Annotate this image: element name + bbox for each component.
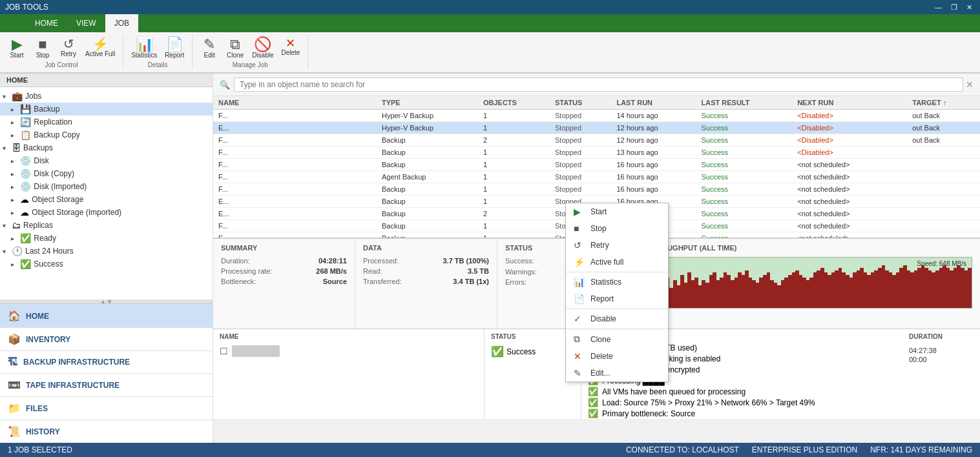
nav-icon-inventory: 📦: [8, 333, 21, 345]
col-header-name[interactable]: NAME: [213, 96, 377, 110]
tree-item-backup[interactable]: ▸💾Backup: [0, 103, 213, 116]
edit-button[interactable]: ✎ Edit: [198, 36, 221, 60]
context-menu-item-report[interactable]: 📄Report: [566, 290, 668, 307]
context-menu-item-disable[interactable]: ✓Disable: [566, 310, 668, 327]
col-header-next-run[interactable]: NEXT RUN: [792, 96, 907, 110]
search-input[interactable]: [234, 77, 963, 92]
delete-button[interactable]: ✕ Delete: [279, 36, 303, 57]
stop-icon: ■: [38, 37, 47, 52]
minimize-button[interactable]: —: [932, 3, 944, 12]
item-label: Disk (Copy): [34, 169, 74, 178]
tab-job[interactable]: JOB: [105, 14, 138, 32]
tree-item-ready[interactable]: ▸✅Ready: [0, 232, 213, 245]
disable-button[interactable]: 🚫 Disable: [249, 36, 276, 60]
expand-icon[interactable]: ▾: [3, 222, 12, 229]
active-full-button[interactable]: ⚡ Active Full: [83, 36, 118, 59]
start-button[interactable]: ▶ Start: [5, 36, 28, 60]
table-cell: 12 hours ago: [611, 134, 696, 147]
table-row[interactable]: F...Hyper-V Backup1Stopped14 hours agoSu…: [213, 110, 980, 122]
tree-item-backup-copy[interactable]: ▸📋Backup Copy: [0, 128, 213, 141]
context-menu-item-retry[interactable]: ↺Retry: [566, 237, 668, 254]
table-row[interactable]: F...Backup1Stopped16 hours agoSuccess<no…: [213, 159, 980, 171]
expand-icon[interactable]: ▸: [11, 183, 20, 190]
nav-item-tape-infra[interactable]: 📼TAPE INFRASTRUCTURE: [0, 373, 213, 396]
expand-icon[interactable]: ▾: [3, 248, 12, 255]
bottom-name-section: NAME ☐ ████: [213, 329, 485, 419]
tree-item-object-storage[interactable]: ▸☁Object Storage: [0, 193, 213, 206]
tree-item-disk[interactable]: ▸💿Disk: [0, 154, 213, 167]
table-row[interactable]: F...Backup2Stopped12 hours agoSuccess<Di…: [213, 134, 980, 147]
expand-icon[interactable]: ▸: [11, 261, 20, 268]
tree-item-disk-copy[interactable]: ▸💿Disk (Copy): [0, 167, 213, 180]
stop-button[interactable]: ■ Stop: [31, 36, 54, 60]
tree-item-backups[interactable]: ▾🗄Backups: [0, 141, 213, 154]
tab-home[interactable]: HOME: [26, 14, 67, 32]
col-header-objects[interactable]: OBJECTS: [478, 96, 550, 110]
table-cell: <Disabled>: [792, 147, 907, 159]
table-row[interactable]: F...Agent Backup1Stopped16 hours agoSucc…: [213, 171, 980, 183]
close-button[interactable]: ✕: [964, 3, 975, 12]
tree-item-replicas[interactable]: ▾🗂Replicas: [0, 219, 213, 232]
expand-icon[interactable]: ▸: [11, 196, 20, 203]
table-cell: [907, 208, 980, 220]
expand-icon[interactable]: ▸: [11, 132, 20, 139]
table-cell: 1: [478, 232, 550, 239]
nav-item-history[interactable]: 📜HISTORY: [0, 420, 213, 443]
expand-icon[interactable]: ▸: [11, 106, 20, 113]
table-cell: 2: [478, 134, 550, 147]
cm-label-report: Report: [590, 294, 614, 303]
context-menu-item-edit[interactable]: ✎Edit...: [566, 365, 668, 381]
statistics-label: Statistics: [131, 52, 157, 59]
table-row[interactable]: F...Backup1Stopped16 hours agoSuccess<no…: [213, 183, 980, 196]
context-menu-item-active-full[interactable]: ⚡Active full: [566, 254, 668, 270]
nav-item-files[interactable]: 📁FILES: [0, 396, 213, 420]
nav-item-backup-infra[interactable]: 🏗BACKUP INFRASTRUCTURE: [0, 350, 213, 373]
report-icon: 📄: [166, 37, 183, 52]
table-row[interactable]: F...Backup1Stopped13 hours agoSuccess<Di…: [213, 147, 980, 159]
clone-button[interactable]: ⧉ Clone: [224, 36, 247, 60]
context-menu-item-clone[interactable]: ⧉Clone: [566, 330, 668, 348]
action-check-icon: ✅: [588, 409, 598, 418]
table-cell: Stopped: [550, 122, 611, 134]
expand-icon[interactable]: ▸: [11, 235, 20, 242]
tree-item-disk-imported[interactable]: ▸💿Disk (Imported): [0, 180, 213, 193]
context-menu-divider: [566, 329, 668, 329]
item-label: Success: [34, 259, 63, 269]
report-button[interactable]: 📄 Report: [162, 36, 187, 60]
nav-item-home[interactable]: 🏠HOME: [0, 304, 213, 327]
col-header-status[interactable]: STATUS: [550, 96, 611, 110]
table-cell: Backup: [377, 183, 478, 196]
nav-item-inventory[interactable]: 📦INVENTORY: [0, 327, 213, 350]
tree-item-success[interactable]: ▸✅Success: [0, 258, 213, 270]
statistics-button[interactable]: 📊 Statistics: [129, 36, 160, 60]
tree-item-replication[interactable]: ▸🔄Replication: [0, 116, 213, 128]
tree-item-last-24[interactable]: ▾🕐Last 24 Hours: [0, 245, 213, 258]
table-row[interactable]: E...Hyper-V Backup1Stopped12 hours agoSu…: [213, 122, 980, 134]
tab-view[interactable]: VIEW: [67, 14, 105, 32]
sidebar-home-label: HOME: [0, 74, 213, 87]
table-cell: Hyper-V Backup: [377, 122, 478, 134]
nav-label-backup-infra: BACKUP INFRASTRUCTURE: [23, 358, 130, 367]
tree-item-object-storage-imported[interactable]: ▸☁Object Storage (Imported): [0, 206, 213, 219]
retry-button[interactable]: ↺ Retry: [57, 36, 80, 59]
expand-icon[interactable]: ▸: [11, 157, 20, 165]
expand-icon[interactable]: ▾: [3, 93, 12, 100]
col-header-last-run[interactable]: LAST RUN: [611, 96, 696, 110]
col-header-target--[interactable]: TARGET ↑: [907, 96, 980, 110]
expand-icon[interactable]: ▾: [3, 145, 12, 152]
expand-icon[interactable]: ▸: [11, 119, 20, 126]
context-menu-item-statistics[interactable]: 📊Statistics: [566, 274, 668, 290]
context-menu-item-delete[interactable]: ✕Delete: [566, 348, 668, 365]
col-header-type[interactable]: TYPE: [377, 96, 478, 110]
tree-item-jobs[interactable]: ▾💼Jobs: [0, 90, 213, 103]
col-header-last-result[interactable]: LAST RESULT: [696, 96, 793, 110]
expand-icon[interactable]: ▸: [11, 170, 20, 178]
context-menu-item-stop[interactable]: ■Stop: [566, 220, 668, 237]
context-menu-item-start[interactable]: ▶Start: [566, 203, 668, 220]
maximize-button[interactable]: ❐: [948, 3, 960, 12]
cm-icon-report: 📄: [574, 294, 585, 304]
table-cell: Success: [696, 196, 793, 208]
expand-icon[interactable]: ▸: [11, 209, 20, 216]
search-clear-button[interactable]: ✕: [966, 79, 974, 90]
table-cell: Stopped: [550, 171, 611, 183]
